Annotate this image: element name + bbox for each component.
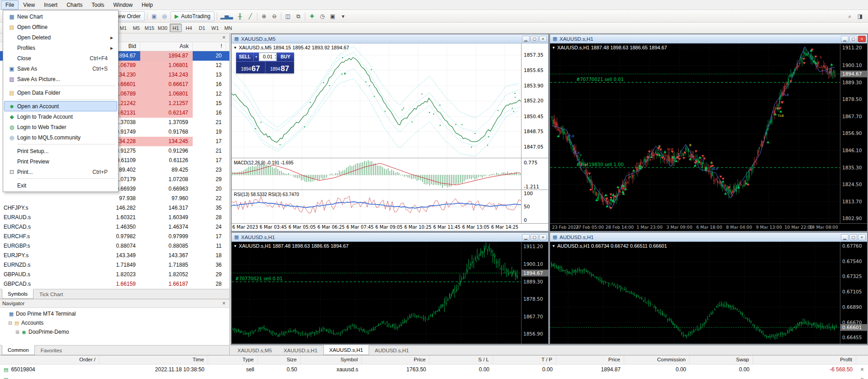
terminal-column-header[interactable]: Commission (624, 355, 690, 364)
terminal-column-header[interactable]: Symbol (301, 355, 362, 364)
menu-view[interactable]: View (19, 0, 39, 10)
toolbar-item[interactable] (281, 12, 281, 20)
tab-symbols[interactable]: Symbols (2, 289, 33, 299)
close-button[interactable]: × (539, 234, 547, 240)
market-watch-row[interactable]: CHFJPY.s 146.282 146.317 35 (0, 203, 229, 213)
minimize-button[interactable]: ▁ (841, 36, 849, 42)
navigator-tree-item[interactable]: ⊞ ◉ DooPrime-Demo (0, 327, 229, 336)
file-menu-item[interactable]: ▦ New Chart (4, 11, 117, 22)
file-menu-item[interactable]: ▤ Open Data Folder (4, 87, 117, 98)
menu-file[interactable]: File (1, 0, 19, 10)
minimize-button[interactable]: ▁ (522, 36, 530, 42)
chart-titlebar[interactable]: ▦ AUDUSD.s,H1 ▁ ▢ × (550, 233, 867, 242)
close-button[interactable]: × (539, 36, 547, 42)
chart-tab-xauusd-h1-b[interactable]: XAUUSD.s,H1 (323, 345, 369, 355)
navigator-tree-item[interactable]: ⊟ ▤ Accounts (0, 318, 229, 327)
file-menu-item[interactable]: ▣ Save As Ctrl+S (4, 63, 117, 74)
minimize-button[interactable]: ▁ (841, 234, 849, 240)
menu-charts[interactable]: Charts (62, 0, 87, 10)
file-menu-item[interactable] (4, 84, 117, 87)
chart-tab-xauusd-m5[interactable]: XAUUSD.s,M5 (232, 345, 278, 355)
ask-price-display[interactable]: 1894 87 (265, 62, 294, 73)
close-icon[interactable]: × (221, 35, 227, 40)
market-watch-row[interactable]: EURJPY.s 143.349 143.367 18 (0, 251, 229, 260)
menu-help[interactable]: Help (137, 0, 157, 10)
file-menu-item[interactable] (4, 98, 117, 101)
market-watch-row[interactable]: EURCHF.s 0.97982 0.97999 17 (0, 232, 229, 241)
terminal-column-header[interactable]: Order / (0, 355, 100, 364)
buy-button[interactable]: BUY (277, 53, 294, 61)
file-menu-item[interactable]: ⊡ Print... Ctrl+P (4, 167, 117, 177)
file-menu-item[interactable]: ◍ Login to Web Trader (4, 122, 117, 132)
chart-titlebar[interactable]: ▦ XAUUSD.s,H1 ▁ ▢ × (550, 34, 867, 43)
market-watch-row[interactable]: GBPAUD.s 1.82023 1.82052 29 (0, 270, 229, 279)
templates-icon[interactable]: ▣ (327, 11, 338, 21)
file-menu-item[interactable] (4, 177, 117, 180)
expert-advisors-icon[interactable]: ◎ (159, 11, 170, 21)
tab-favorites[interactable]: Favorites (35, 345, 68, 355)
navigator-tree-item[interactable]: ▦ Doo Prime MT4 Terminal (0, 309, 229, 318)
menu-window[interactable]: Window (109, 0, 138, 10)
terminal-column-header[interactable]: Size (258, 355, 301, 364)
panels-icon[interactable]: ◨ (855, 11, 865, 21)
terminal-column-header[interactable]: Profit (753, 355, 856, 364)
file-menu-item[interactable]: Profiles ▸ (4, 43, 117, 53)
tab-tick-chart[interactable]: Tick Chart (33, 289, 69, 299)
timeframe-w1[interactable]: W1 (209, 24, 221, 32)
chevron-down-icon[interactable]: ▾ (338, 11, 348, 21)
terminal-column-header[interactable]: Price (362, 355, 430, 364)
bar-chart-icon[interactable]: ▂▅▃ (218, 11, 235, 21)
file-menu-item[interactable]: Print Preview (4, 156, 117, 167)
menu-tools[interactable]: Tools (87, 0, 109, 10)
terminal-column-header[interactable]: Time (100, 355, 208, 364)
column-header-ask[interactable]: Ask (140, 42, 193, 51)
file-menu-item[interactable]: Close Ctrl+F4 (4, 53, 117, 63)
menu-insert[interactable]: Insert (39, 0, 62, 10)
column-header-spread[interactable]: ! (193, 42, 226, 51)
chevron-down-icon[interactable]: ▾ (253, 53, 259, 61)
market-watch-row[interactable]: 97.938 97.960 22 (0, 194, 229, 203)
price-chart-canvas[interactable]: 0.677600.675400.673250.671050.668900.666… (550, 242, 867, 344)
file-menu-item[interactable]: ◆ Login to Trade Account (4, 111, 117, 122)
price-chart-canvas[interactable]: 1911.201900.101889.301878.501867.701856.… (232, 242, 548, 344)
toolbar-item[interactable] (257, 12, 257, 20)
file-menu-item[interactable] (4, 143, 117, 146)
bid-price-display[interactable]: 1894 67 (236, 62, 265, 73)
terminal-column-header[interactable]: Swap (690, 355, 753, 364)
zoom-in-icon[interactable]: ⊕ (259, 11, 269, 21)
indicators-icon[interactable]: ✚ (307, 11, 317, 21)
close-button[interactable]: × (858, 36, 866, 42)
chart-titlebar[interactable]: ▦ XAUUSD.s,H1 ▁ ▢ × (232, 233, 548, 242)
volume-spinner[interactable]: ▴ ▾ (275, 53, 276, 60)
file-menu-item[interactable]: ▨ Save As Picture... (4, 74, 117, 84)
restore-button[interactable]: ▢ (849, 36, 857, 42)
timeframe-mn[interactable]: MN (222, 24, 234, 32)
timeframe-h1[interactable]: H1 (170, 24, 182, 32)
timeframe-h4[interactable]: H4 (183, 24, 195, 32)
minimize-button[interactable]: ▁ (522, 234, 530, 240)
terminal-column-header[interactable]: Price (556, 355, 624, 364)
tab-common[interactable]: Common (2, 345, 35, 355)
metaeditor-icon[interactable]: ▣ (149, 11, 159, 21)
close-icon[interactable]: × (221, 301, 227, 306)
chart-tab-xauusd-h1-a[interactable]: XAUUSD.s,H1 (278, 345, 323, 355)
market-watch-row[interactable]: EURAUD.s 1.60321 1.60349 28 (0, 213, 229, 222)
close-button[interactable]: × (858, 234, 866, 240)
restore-button[interactable]: ▢ (531, 234, 538, 240)
file-menu-item[interactable]: Exit (4, 180, 117, 191)
zoom-out-icon[interactable]: ⊖ (269, 11, 280, 21)
tree-expander-icon[interactable]: ⊞ (14, 330, 20, 335)
market-watch-row[interactable]: EURGBP.s 0.88074 0.88085 11 (0, 241, 229, 251)
timeframe-m1[interactable]: M1 (117, 24, 129, 32)
price-chart-canvas[interactable]: 23 Feb 202327 Feb 05:0028 Feb 14:001 Mar… (550, 43, 867, 231)
file-menu-item[interactable]: Open Deleted ▸ (4, 32, 117, 43)
chart-tab-audusd-h1[interactable]: AUDUSD.s,H1 (369, 345, 415, 355)
terminal-column-header[interactable]: S / L (430, 355, 493, 364)
tree-expander-icon[interactable]: ⊟ (7, 321, 13, 326)
file-menu-item[interactable]: ▤ Open Offline (4, 22, 117, 32)
toolbar-item[interactable] (305, 12, 305, 20)
autotrading-button[interactable]: ▶ AutoTrading (171, 11, 214, 21)
market-watch-row[interactable]: GBPCAD.s 1.66159 1.66187 28 (0, 279, 229, 289)
file-menu-item[interactable]: ◎ Login to MQL5.community (4, 132, 117, 143)
close-position-icon[interactable]: × (856, 365, 868, 374)
